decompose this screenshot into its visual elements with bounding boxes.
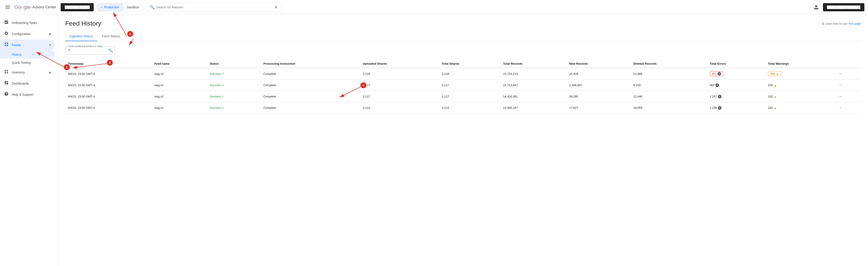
lookback-input-wrap: Enter lookback window in days 🔍	[65, 46, 115, 54]
info-icon: i	[718, 95, 721, 98]
cell-new-records: 25,428	[566, 68, 630, 79]
cell-new-records: 17,627	[566, 102, 630, 113]
sidebar-item-configuration[interactable]: Configuration ▶	[0, 28, 55, 39]
col-total-errors: Total Errors	[707, 60, 766, 68]
sidebar-item-history[interactable]: History	[0, 51, 55, 59]
cell-total-records: 14,392,187	[500, 102, 566, 113]
search-input[interactable]	[156, 5, 273, 9]
col-feed-name: Feed name	[151, 60, 207, 68]
sidebar-item-help[interactable]: Help & Support	[0, 89, 55, 100]
cell-total-records: 15,713,847	[500, 79, 566, 91]
menu-button[interactable]	[4, 4, 12, 11]
cell-new-records: 36,285	[566, 91, 630, 102]
lookback-search-button[interactable]: 🔍	[108, 48, 113, 53]
expand-icon-inventory: ▶	[49, 71, 52, 74]
col-timestamp: Timestamp	[65, 60, 151, 68]
page-header: Feed History ℹ Learn how to use this pag…	[65, 20, 861, 27]
table-body: 9/6/23, 23:00 GMT-4owg.v2Success ✓Comple…	[65, 68, 861, 113]
warning-icon: ▲	[774, 95, 777, 98]
info-icon: i	[715, 84, 719, 87]
clear-search-button[interactable]: ✕	[274, 5, 278, 10]
check-icon: ✓	[222, 95, 224, 98]
table-header-row: Timestamp Feed name Status Processing In…	[65, 60, 861, 68]
sidebar-item-dashboards[interactable]: Dashboards	[0, 78, 55, 89]
cell-total-warnings: 192 ▲	[765, 91, 835, 102]
row-nav-arrow[interactable]: →	[838, 83, 842, 87]
sidebar-item-quick-testing[interactable]: Quick Testing	[0, 59, 55, 67]
cell-timestamp: 9/6/23, 23:00 GMT-4	[65, 68, 151, 79]
sidebar-label-quick-testing: Quick Testing	[12, 61, 31, 64]
error-value: 402 i	[710, 84, 719, 87]
learn-link[interactable]: this page	[849, 22, 861, 25]
cell-uploaded-shards: 3,117	[360, 79, 439, 91]
cell-total-errors: 401 i	[707, 68, 766, 79]
tabs-bar: Ingestion history Fetch history	[65, 32, 861, 41]
env-switcher: ✓ Production Sandbox	[96, 3, 143, 11]
sidebar-item-feeds[interactable]: Feeds ▼	[0, 39, 55, 51]
sidebar-item-onboarding[interactable]: Onboarding Tasks	[0, 17, 55, 28]
cell-status: Success ✓	[207, 68, 260, 79]
cell-processing: Complete	[260, 79, 360, 91]
cell-total-shards: 3,117	[439, 91, 500, 102]
sidebar-label-help: Help & Support	[12, 93, 33, 96]
help-icon	[4, 92, 9, 97]
sidebar-item-inventory[interactable]: Inventory ▶	[0, 67, 55, 78]
sidebar-label-dashboards: Dashboards	[12, 82, 29, 85]
cell-deleted-records: 18,055	[630, 102, 707, 113]
cell-total-errors: 1,258 i	[707, 102, 766, 113]
col-total-records: Total Records	[500, 60, 566, 68]
col-deleted-records: Deleted Records	[630, 60, 707, 68]
app-name: Actions Center	[32, 5, 56, 9]
cell-total-records: 15,724,213	[500, 68, 566, 79]
cell-processing: Complete	[260, 102, 360, 113]
cell-total-warnings: 250 ▲	[765, 68, 835, 79]
warning-value: 250 ▲	[768, 71, 781, 76]
account-pill[interactable]: ████████████	[61, 3, 94, 11]
row-nav-arrow[interactable]: →	[838, 71, 842, 76]
sidebar: Onboarding Tasks Configuration ▶ Feeds ▼…	[0, 14, 58, 266]
sidebar-label-feeds: Feeds	[12, 43, 21, 47]
cell-deleted-records: 14,986	[630, 68, 707, 79]
google-logo: Google	[14, 4, 31, 10]
sidebar-label-configuration: Configuration	[12, 32, 31, 36]
table-row: 9/6/23, 23:00 GMT-4owg.v2Success ✓Comple…	[65, 68, 861, 79]
cell-total-errors: 1,257 i	[707, 91, 766, 102]
error-value: 1,258 i	[710, 106, 722, 110]
warning-value: 250 ▲	[768, 84, 777, 87]
cell-nav[interactable]: →	[835, 91, 861, 102]
account-icon[interactable]	[812, 3, 820, 11]
cell-uploaded-shards: 3,117	[360, 91, 439, 102]
tab-fetch-history[interactable]: Fetch history	[97, 32, 125, 41]
table-row: 9/4/23, 23:00 GMT-4owg.v2Success ✓Comple…	[65, 91, 861, 102]
lookback-input[interactable]	[68, 48, 106, 52]
search-icon: 🔍	[150, 5, 155, 10]
cell-nav[interactable]: →	[835, 79, 861, 91]
cell-uploaded-shards: 3,118	[360, 68, 439, 79]
sandbox-env-button[interactable]: Sandbox	[123, 3, 143, 11]
cell-total-shards: 3,117	[439, 79, 500, 91]
row-nav-arrow[interactable]: →	[838, 94, 842, 99]
cell-processing: Complete	[260, 68, 360, 79]
error-value: 401 i	[710, 71, 723, 76]
tab-ingestion-history[interactable]: Ingestion history	[65, 32, 97, 41]
right-account-pill[interactable]: ████████████████	[823, 3, 864, 11]
cell-deleted-records: 12,446	[630, 91, 707, 102]
cell-total-shards: 3,118	[439, 68, 500, 79]
cell-total-shards: 3,114	[439, 102, 500, 113]
cell-nav[interactable]: →	[835, 102, 861, 113]
table-row: 9/3/23, 23:00 GMT-4owg.v2Success ✓Comple…	[65, 102, 861, 113]
row-nav-arrow[interactable]: →	[838, 105, 842, 110]
cell-status: Success ✓	[207, 91, 260, 102]
expand-icon-feeds: ▼	[49, 43, 52, 46]
warning-icon: ▲	[774, 106, 777, 110]
cell-new-records: 1,306,987	[566, 79, 630, 91]
expand-icon-configuration: ▶	[49, 32, 52, 35]
cell-nav[interactable]: →	[835, 68, 861, 79]
warning-icon: ▲	[776, 72, 779, 75]
lookback-label: Enter lookback window in days	[68, 45, 103, 47]
sidebar-label-onboarding: Onboarding Tasks	[12, 21, 37, 25]
cell-processing: Complete	[260, 91, 360, 102]
check-icon: ✓	[222, 72, 224, 75]
production-env-button[interactable]: ✓ Production	[97, 3, 123, 11]
check-icon: ✓	[222, 106, 224, 110]
